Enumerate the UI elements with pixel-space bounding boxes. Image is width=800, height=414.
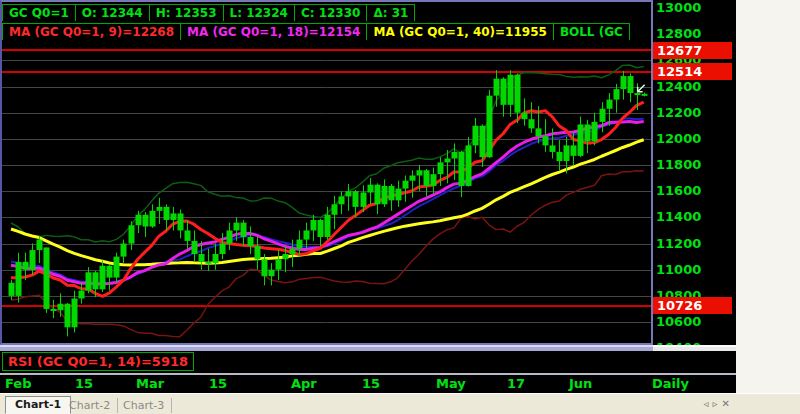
low-box: L: 12324 xyxy=(223,4,295,21)
tab-chart-2[interactable]: Chart-2 xyxy=(62,398,118,413)
x-tick: Jun xyxy=(569,376,592,391)
x-tick: 15 xyxy=(362,376,380,391)
scroll-left-icon[interactable]: ◃ xyxy=(704,398,713,409)
x-tick: 15 xyxy=(75,376,93,391)
x-tick: Feb xyxy=(5,376,31,391)
close-box: C: 12330 xyxy=(294,4,368,21)
y-axis-label: 12200 xyxy=(656,105,701,121)
high-box: H: 12353 xyxy=(149,4,224,21)
tab-chart-3[interactable]: Chart-3 xyxy=(116,398,172,413)
x-tick: Mar xyxy=(136,376,164,391)
trading-app: GC Q0=1O: 12344H: 12353L: 12324C: 12330Δ… xyxy=(0,0,800,414)
x-tick: May xyxy=(436,376,466,391)
y-axis-label: 11600 xyxy=(656,183,701,199)
y-axis-label: 12000 xyxy=(656,131,701,147)
price-chart-canvas[interactable] xyxy=(2,40,651,345)
change-box: Δ: 31 xyxy=(366,4,415,21)
right-margin xyxy=(736,0,800,393)
time-axis[interactable]: Feb 15 Mar 15 Apr 15 May 17 Jun Daily xyxy=(0,375,736,393)
price-axis[interactable]: 1300012800126001240012200120001180011600… xyxy=(653,0,736,345)
y-axis-label: 12800 xyxy=(656,26,701,42)
y-axis-label: 12400 xyxy=(656,79,701,95)
price-alert-badge: 12514 xyxy=(653,63,732,80)
y-axis-label: 13000 xyxy=(656,0,701,16)
ma9-label[interactable]: MA (GC Q0=1, 9)=12268 xyxy=(2,23,181,40)
symbol-box: GC Q0=1 xyxy=(2,4,76,21)
y-axis-label: 11400 xyxy=(656,209,701,225)
tab-nav: ◃▹✕ xyxy=(704,398,734,409)
open-box: O: 12344 xyxy=(75,4,150,21)
interval-label[interactable]: Daily xyxy=(652,376,689,391)
x-tick: 17 xyxy=(507,376,525,391)
x-tick: 15 xyxy=(209,376,227,391)
y-axis-label: 11800 xyxy=(656,157,701,173)
tab-bar: Chart-1 Chart-2 Chart-3 ◃▹✕ xyxy=(0,393,800,414)
x-tick: Apr xyxy=(291,376,317,391)
boll-label[interactable]: BOLL (GC xyxy=(553,23,630,40)
indicator-bar: MA (GC Q0=1, 9)=12268MA (GC Q0=1, 18)=12… xyxy=(2,21,651,40)
scroll-right-icon[interactable]: ▹ xyxy=(713,398,722,409)
ma18-label[interactable]: MA (GC Q0=1, 18)=12154 xyxy=(180,23,367,40)
chart-window: GC Q0=1O: 12344H: 12353L: 12324C: 12330Δ… xyxy=(0,0,653,345)
y-axis-label: 11000 xyxy=(656,262,701,278)
rsi-pane: RSI (GC Q0=1, 14)=5918 xyxy=(0,351,736,373)
ma40-label[interactable]: MA (GC Q0=1, 40)=11955 xyxy=(366,23,553,40)
y-axis-label: 11200 xyxy=(656,236,701,252)
price-alert-badge: 12677 xyxy=(653,42,732,59)
y-axis-label: 10600 xyxy=(656,314,701,330)
rsi-label[interactable]: RSI (GC Q0=1, 14)=5918 xyxy=(2,352,194,371)
quote-bar: GC Q0=1O: 12344H: 12353L: 12324C: 12330Δ… xyxy=(2,2,651,21)
close-icon[interactable]: ✕ xyxy=(722,398,734,409)
price-alert-badge: 10726 xyxy=(653,297,732,314)
